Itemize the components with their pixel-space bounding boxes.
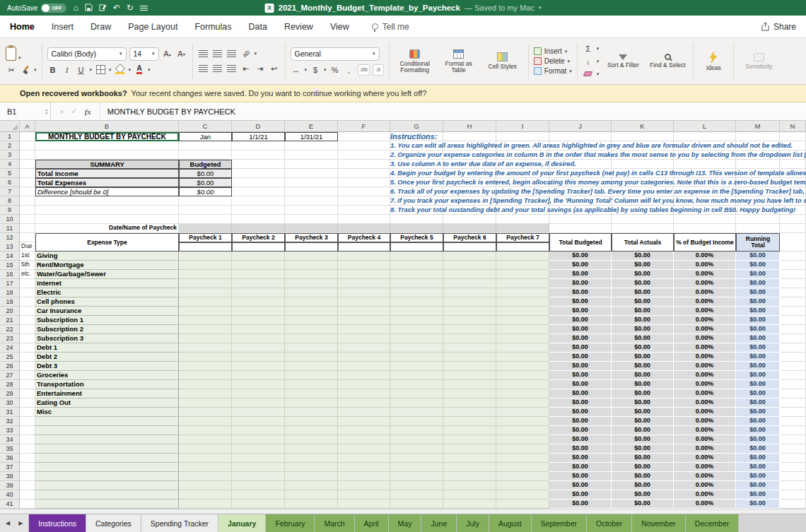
cell-H16[interactable] xyxy=(443,270,496,279)
cell-D6[interactable] xyxy=(232,178,285,187)
cell-I35[interactable] xyxy=(496,444,549,454)
cell-E5[interactable] xyxy=(285,169,338,178)
cell-C3[interactable] xyxy=(179,150,232,160)
tell-me-button[interactable]: Tell me xyxy=(372,22,409,32)
cell-H27[interactable] xyxy=(443,371,496,380)
cell-H3[interactable] xyxy=(443,150,496,160)
cell-D8[interactable] xyxy=(232,196,285,206)
cell-L18[interactable]: 0.00% xyxy=(674,288,736,297)
cell-I41[interactable] xyxy=(496,500,549,509)
row-header-34[interactable]: 34 xyxy=(0,435,20,444)
cell-G14[interactable] xyxy=(390,252,443,261)
tab-scroll-right-icon[interactable]: ▶ xyxy=(18,520,23,526)
cell-J4[interactable] xyxy=(549,160,612,169)
cell-L8[interactable] xyxy=(674,196,736,206)
sheet-tab-march[interactable]: March xyxy=(315,514,354,532)
cell-I28[interactable] xyxy=(496,380,549,389)
cell-M19[interactable]: $0.00 xyxy=(736,297,780,307)
cell-K37[interactable]: $0.00 xyxy=(612,463,674,472)
row-header-10[interactable]: 10 xyxy=(0,215,20,224)
cell-A24[interactable] xyxy=(20,343,35,353)
cell-styles-button[interactable]: Cell Styles xyxy=(482,49,523,73)
cell-K7[interactable] xyxy=(612,187,674,196)
column-header-C[interactable]: C xyxy=(179,121,232,132)
row-header-27[interactable]: 27 xyxy=(0,371,20,380)
cell-A20[interactable] xyxy=(20,307,35,316)
cell-H21[interactable] xyxy=(443,316,496,325)
cell-N37[interactable] xyxy=(780,463,806,472)
cell-M20[interactable]: $0.00 xyxy=(736,307,780,316)
cell-H17[interactable] xyxy=(443,279,496,288)
cell-F21[interactable] xyxy=(338,316,390,325)
cell-H36[interactable] xyxy=(443,454,496,463)
cell-B39[interactable] xyxy=(35,481,179,490)
cell-M14[interactable]: $0.00 xyxy=(736,252,780,261)
cell-M25[interactable]: $0.00 xyxy=(736,353,780,362)
ribbon-tab-page-layout[interactable]: Page Layout xyxy=(128,22,177,32)
cell-A14[interactable]: 1st xyxy=(20,252,35,261)
cell-J41[interactable]: $0.00 xyxy=(549,500,612,509)
cell-H39[interactable] xyxy=(443,481,496,490)
cell-B10[interactable] xyxy=(35,215,179,224)
column-header-J[interactable]: J xyxy=(549,121,612,132)
cell-E40[interactable] xyxy=(285,490,338,500)
cell-A1[interactable] xyxy=(20,132,35,141)
cell-A30[interactable] xyxy=(20,398,35,408)
cell-D41[interactable] xyxy=(232,500,285,509)
cell-L7[interactable] xyxy=(674,187,736,196)
cell-M37[interactable]: $0.00 xyxy=(736,463,780,472)
cell-F29[interactable] xyxy=(338,389,390,398)
cell-N17[interactable] xyxy=(780,279,806,288)
cell-G5[interactable] xyxy=(390,169,443,178)
cell-G18[interactable] xyxy=(390,288,443,297)
cell-K28[interactable]: $0.00 xyxy=(612,380,674,389)
cell-H34[interactable] xyxy=(443,435,496,444)
cell-N1[interactable] xyxy=(780,132,806,141)
cell-N33[interactable] xyxy=(780,426,806,435)
cell-J33[interactable]: $0.00 xyxy=(549,426,612,435)
cell-L2[interactable] xyxy=(674,141,736,150)
merge-center-button[interactable]: ↔ xyxy=(291,64,302,76)
cell-G16[interactable] xyxy=(390,270,443,279)
cell-I36[interactable] xyxy=(496,454,549,463)
cell-H41[interactable] xyxy=(443,500,496,509)
cell-J24[interactable]: $0.00 xyxy=(549,343,612,353)
cell-J36[interactable]: $0.00 xyxy=(549,454,612,463)
cell-G41[interactable] xyxy=(390,500,443,509)
cell-A8[interactable] xyxy=(20,196,35,206)
cell-B29[interactable]: Entertainment xyxy=(35,389,179,398)
cell-C39[interactable] xyxy=(179,481,232,490)
cell-J38[interactable]: $0.00 xyxy=(549,472,612,481)
increase-indent-button[interactable]: ⇥ xyxy=(255,63,266,74)
totals-header-cell-J12[interactable]: Total Budgeted xyxy=(549,233,612,252)
cell-M23[interactable]: $0.00 xyxy=(736,334,780,343)
cell-M16[interactable]: $0.00 xyxy=(736,270,780,279)
cell-C9[interactable] xyxy=(179,206,232,215)
row-header-18[interactable]: 18 xyxy=(0,288,20,297)
column-header-E[interactable]: E xyxy=(285,121,338,132)
cell-B6[interactable]: Total Expenses xyxy=(35,178,179,187)
row-header-40[interactable]: 40 xyxy=(0,490,20,500)
cell-N34[interactable] xyxy=(780,435,806,444)
cell-A40[interactable] xyxy=(20,490,35,500)
cell-L35[interactable]: 0.00% xyxy=(674,444,736,454)
saved-status[interactable]: — Saved to my Mac xyxy=(465,4,535,12)
row-header-37[interactable]: 37 xyxy=(0,463,20,472)
cell-G28[interactable] xyxy=(390,380,443,389)
row-header-22[interactable]: 22 xyxy=(0,325,20,334)
cell-M6[interactable] xyxy=(736,178,780,187)
column-header-B[interactable]: B xyxy=(35,121,179,132)
cell-I29[interactable] xyxy=(496,389,549,398)
cell-E3[interactable] xyxy=(285,150,338,160)
cell-F25[interactable] xyxy=(338,353,390,362)
cell-D19[interactable] xyxy=(232,297,285,307)
cell-C37[interactable] xyxy=(179,463,232,472)
cell-F22[interactable] xyxy=(338,325,390,334)
sheet-tab-may[interactable]: May xyxy=(389,514,422,532)
cell-E34[interactable] xyxy=(285,435,338,444)
cell-K33[interactable]: $0.00 xyxy=(612,426,674,435)
cell-B27[interactable]: Groceries xyxy=(35,371,179,380)
cell-D9[interactable] xyxy=(232,206,285,215)
cell-J17[interactable]: $0.00 xyxy=(549,279,612,288)
sheet-tab-july[interactable]: July xyxy=(457,514,489,532)
